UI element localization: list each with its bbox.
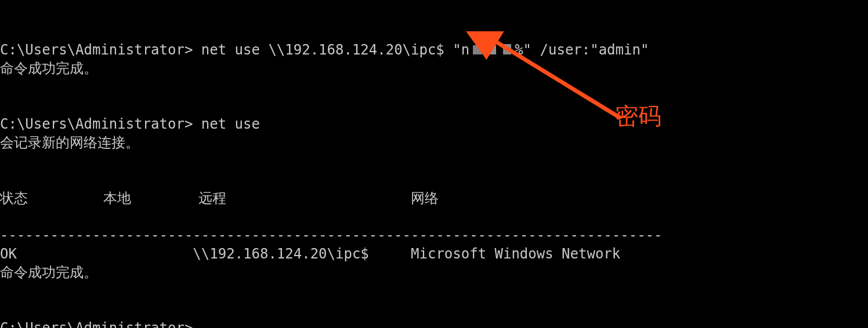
response-success-1: 命令成功完成。 — [0, 60, 97, 76]
command-net-use-connect: net use \\192.168.124.20\ipc$ " — [193, 42, 461, 58]
row-network: Microsoft Windows Network — [411, 246, 620, 262]
separator-line: ----------------------------------------… — [0, 227, 663, 243]
terminal-output[interactable]: C:\Users\Administrator> net use \\192.16… — [0, 22, 868, 328]
col-header-network: 网络 — [411, 190, 439, 206]
prompt: C:\Users\Administrator> — [0, 116, 193, 132]
prompt: C:\Users\Administrator> — [0, 320, 193, 328]
col-header-remote: 远程 — [198, 190, 226, 206]
col-header-local: 本地 — [103, 190, 131, 206]
row-status: OK — [0, 246, 17, 262]
response-will-record: 会记录新的网络连接。 — [0, 134, 139, 151]
password-trailing-chars: %" — [515, 42, 531, 58]
response-success-2: 命令成功完成。 — [0, 264, 97, 280]
password-redacted-icon — [469, 42, 515, 60]
command-net-use-list: net use — [193, 116, 260, 132]
command-user-arg: /user:"admin" — [531, 42, 649, 58]
col-header-status: 状态 — [0, 190, 28, 206]
password-leading-char: n — [461, 42, 469, 58]
row-remote: \\192.168.124.20\ipc$ — [193, 246, 368, 262]
prompt: C:\Users\Administrator> — [0, 42, 193, 58]
